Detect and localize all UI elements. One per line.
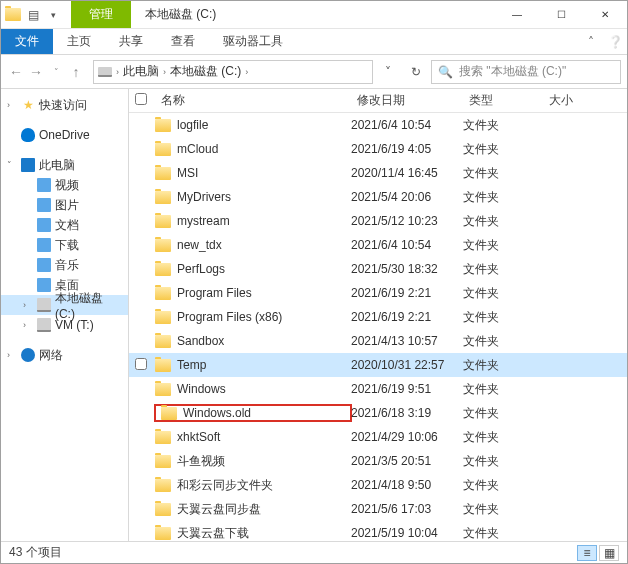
view-icons-button[interactable]: ▦ (599, 545, 619, 561)
tree-pane: ›★快速访问 OneDrive ˅此电脑 视频图片文档下载音乐桌面›本地磁盘 (… (1, 89, 129, 541)
file-name: 斗鱼视频 (177, 453, 225, 470)
chevron-right-icon[interactable]: › (163, 67, 166, 77)
address-bar[interactable]: › 此电脑 › 本地磁盘 (C:) › (93, 60, 373, 84)
file-name: Windows (177, 382, 226, 396)
refresh-icon[interactable]: ↻ (403, 60, 429, 84)
table-row[interactable]: Program Files (x86)2021/6/19 2:21文件夹 (129, 305, 627, 329)
tab-drive-tools[interactable]: 驱动器工具 (209, 29, 297, 54)
col-header-name[interactable]: 名称 (155, 92, 351, 109)
tree-child[interactable]: 文档 (1, 215, 128, 235)
tab-view[interactable]: 查看 (157, 29, 209, 54)
table-row[interactable]: Program Files2021/6/19 2:21文件夹 (129, 281, 627, 305)
row-checkbox[interactable] (135, 358, 147, 370)
chevron-right-icon[interactable]: › (116, 67, 119, 77)
tree-this-pc[interactable]: ˅此电脑 (1, 155, 128, 175)
folder-icon (155, 239, 171, 252)
ribbon-expand-icon[interactable]: ˄ (579, 35, 603, 49)
table-row[interactable]: 斗鱼视频2021/3/5 20:51文件夹 (129, 449, 627, 473)
address-dropdown-icon[interactable]: ˅ (375, 60, 401, 84)
table-row[interactable]: Windows2021/6/19 9:51文件夹 (129, 377, 627, 401)
tree-child[interactable]: 图片 (1, 195, 128, 215)
nav-recent-icon[interactable]: ˅ (47, 67, 65, 77)
breadcrumb[interactable]: 此电脑 (123, 63, 159, 80)
tab-file[interactable]: 文件 (1, 29, 53, 54)
folder-icon (155, 527, 171, 540)
nav-up-icon[interactable]: ↑ (67, 64, 85, 80)
nav-back-icon[interactable]: ← (7, 64, 25, 80)
search-input[interactable]: 🔍 搜索 "本地磁盘 (C:)" (431, 60, 621, 84)
file-name: mCloud (177, 142, 218, 156)
folder-icon (155, 431, 171, 444)
table-row[interactable]: MyDrivers2021/5/4 20:06文件夹 (129, 185, 627, 209)
file-type: 文件夹 (463, 189, 543, 206)
help-icon[interactable]: ❔ (603, 35, 627, 49)
tree-item-icon (37, 318, 51, 332)
table-row[interactable]: 天翼云盘同步盘2021/5/6 17:03文件夹 (129, 497, 627, 521)
file-name: 和彩云同步文件夹 (177, 477, 273, 494)
table-row[interactable]: new_tdx2021/6/4 10:54文件夹 (129, 233, 627, 257)
tree-quick-access[interactable]: ›★快速访问 (1, 95, 128, 115)
tree-item-icon (37, 258, 51, 272)
folder-icon (155, 455, 171, 468)
folder-icon (155, 503, 171, 516)
file-date: 2021/4/29 10:06 (351, 430, 463, 444)
folder-icon (155, 359, 171, 372)
tree-item-icon (37, 278, 51, 292)
col-header-type[interactable]: 类型 (463, 92, 543, 109)
file-type: 文件夹 (463, 357, 543, 374)
file-name: xhktSoft (177, 430, 220, 444)
folder-icon (155, 383, 171, 396)
file-date: 2021/6/19 2:21 (351, 286, 463, 300)
file-name: new_tdx (177, 238, 222, 252)
list-pane: 名称 修改日期 类型 大小 logfile2021/6/4 10:54文件夹mC… (129, 89, 627, 541)
file-name: Program Files (x86) (177, 310, 282, 324)
table-row[interactable]: 天翼云盘下载2021/5/19 10:04文件夹 (129, 521, 627, 541)
table-row[interactable]: logfile2021/6/4 10:54文件夹 (129, 113, 627, 137)
file-name: 天翼云盘同步盘 (177, 501, 261, 518)
tree-item-icon (37, 238, 51, 252)
file-type: 文件夹 (463, 117, 543, 134)
window-title: 本地磁盘 (C:) (131, 1, 230, 28)
file-type: 文件夹 (463, 381, 543, 398)
select-all-checkbox[interactable] (135, 93, 147, 105)
table-row[interactable]: xhktSoft2021/4/29 10:06文件夹 (129, 425, 627, 449)
close-button[interactable]: ✕ (583, 1, 627, 28)
table-row[interactable]: Temp2020/10/31 22:57文件夹 (129, 353, 627, 377)
file-name: MSI (177, 166, 198, 180)
tree-child[interactable]: 音乐 (1, 255, 128, 275)
file-date: 2021/5/4 20:06 (351, 190, 463, 204)
qat-item-icon[interactable]: ▤ (25, 7, 41, 23)
table-row[interactable]: 和彩云同步文件夹2021/4/18 9:50文件夹 (129, 473, 627, 497)
tab-home[interactable]: 主页 (53, 29, 105, 54)
folder-icon (155, 287, 171, 300)
file-date: 2020/11/4 16:45 (351, 166, 463, 180)
breadcrumb[interactable]: 本地磁盘 (C:) (170, 63, 241, 80)
maximize-button[interactable]: ☐ (539, 1, 583, 28)
tree-onedrive[interactable]: OneDrive (1, 125, 128, 145)
tree-child[interactable]: ›本地磁盘 (C:) (1, 295, 128, 315)
minimize-button[interactable]: ― (495, 1, 539, 28)
col-header-size[interactable]: 大小 (543, 92, 603, 109)
file-type: 文件夹 (463, 477, 543, 494)
file-type: 文件夹 (463, 261, 543, 278)
tree-child[interactable]: 下载 (1, 235, 128, 255)
table-row[interactable]: PerfLogs2021/5/30 18:32文件夹 (129, 257, 627, 281)
file-date: 2021/5/19 10:04 (351, 526, 463, 540)
tab-share[interactable]: 共享 (105, 29, 157, 54)
table-row[interactable]: mCloud2021/6/19 4:05文件夹 (129, 137, 627, 161)
tree-child[interactable]: 视频 (1, 175, 128, 195)
file-date: 2021/5/30 18:32 (351, 262, 463, 276)
table-row[interactable]: Sandbox2021/4/13 10:57文件夹 (129, 329, 627, 353)
table-row[interactable]: Windows.old2021/6/18 3:19文件夹 (129, 401, 627, 425)
col-header-date[interactable]: 修改日期 (351, 92, 463, 109)
file-date: 2021/6/4 10:54 (351, 238, 463, 252)
file-date: 2021/6/19 2:21 (351, 310, 463, 324)
table-row[interactable]: MSI2020/11/4 16:45文件夹 (129, 161, 627, 185)
tree-network[interactable]: ›网络 (1, 345, 128, 365)
table-row[interactable]: mystream2021/5/12 10:23文件夹 (129, 209, 627, 233)
chevron-right-icon[interactable]: › (245, 67, 248, 77)
nav-forward-icon[interactable]: → (27, 64, 45, 80)
folder-icon (155, 143, 171, 156)
qat-dropdown-icon[interactable]: ▾ (45, 7, 61, 23)
view-details-button[interactable]: ≡ (577, 545, 597, 561)
